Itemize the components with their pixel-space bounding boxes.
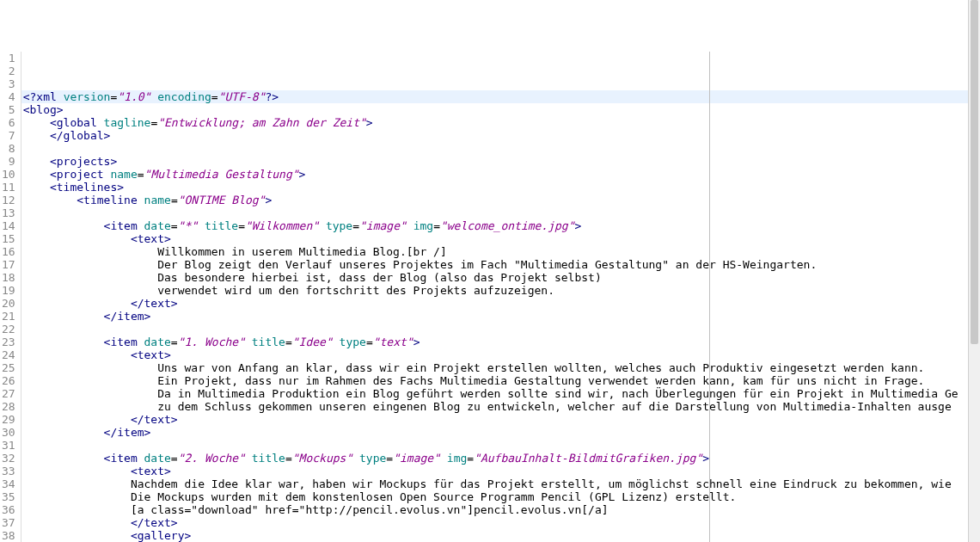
token-pi: ?>	[265, 90, 279, 103]
code-line[interactable]: <text>	[21, 232, 980, 245]
token-txt	[23, 129, 50, 142]
token-str: "2. Woche"	[178, 452, 245, 465]
code-line[interactable]: <gallery>	[21, 529, 980, 542]
code-line[interactable]: <text>	[21, 465, 980, 477]
code-area[interactable]: <?xml version="1.0" encoding="UTF-8"?><b…	[21, 52, 980, 542]
token-tag: </text>	[131, 413, 178, 426]
token-txt	[23, 155, 50, 168]
code-line[interactable]: verwendet wird um den fortschritt des Pr…	[21, 284, 980, 297]
code-line[interactable]: <blog>	[21, 103, 980, 116]
token-txt	[23, 206, 30, 219]
token-tag: <text>	[131, 232, 171, 245]
token-txt: Uns war von Anfang an klar, dass wir ein…	[23, 361, 925, 374]
token-txt: =	[171, 219, 178, 232]
line-number: 4	[2, 90, 15, 103]
token-txt: =	[211, 90, 218, 103]
token-str: "1. Woche"	[178, 336, 245, 348]
token-txt	[333, 336, 340, 348]
token-tag: >	[366, 116, 373, 129]
token-attr: date	[144, 452, 171, 465]
code-line[interactable]	[21, 323, 980, 336]
token-tag: </global>	[50, 129, 110, 142]
token-tag: <timelines>	[50, 181, 124, 194]
line-number: 17	[2, 258, 15, 271]
token-txt	[23, 529, 131, 542]
code-line[interactable]: Die Mockups wurden mit dem konstenlosen …	[21, 490, 980, 503]
code-line[interactable]: Da in Multimedia Produktion ein Blog gef…	[21, 387, 980, 400]
code-line[interactable]: </item>	[21, 310, 980, 323]
token-txt: Da in Multimedia Produktion ein Blog gef…	[23, 387, 959, 400]
token-txt	[407, 219, 413, 232]
token-txt: =	[285, 452, 292, 465]
code-line[interactable]: </text>	[21, 297, 980, 310]
code-line[interactable]: </text>	[21, 413, 980, 426]
token-txt	[23, 116, 50, 129]
code-editor[interactable]: 1234567891011121314151617181920212223242…	[0, 52, 980, 542]
token-attr: type	[340, 336, 366, 348]
token-txt: =	[138, 168, 144, 181]
token-str: "*"	[178, 219, 198, 232]
line-number: 2	[2, 65, 15, 77]
code-line[interactable]: <timeline name="ONTIME Blog">	[21, 194, 980, 206]
code-line[interactable]: <text>	[21, 348, 980, 361]
token-txt	[138, 336, 144, 348]
token-tag: >	[575, 219, 582, 232]
token-tag: <blog>	[23, 103, 64, 116]
scrollbar-thumb[interactable]	[971, 0, 978, 344]
token-txt	[23, 336, 104, 348]
line-number: 15	[2, 232, 15, 245]
token-txt: Die Mockups wurden mit dem konstenlosen …	[23, 490, 737, 503]
vertical-scrollbar[interactable]	[968, 0, 980, 542]
line-number: 8	[2, 142, 15, 155]
code-line[interactable]: </item>	[21, 426, 980, 439]
code-line[interactable]: [a class="download" href="http://pencil.…	[21, 503, 980, 516]
code-line[interactable]: <item date="1. Woche" title="Idee" type=…	[21, 336, 980, 348]
code-line[interactable]: Nachdem die Idee klar war, haben wir Moc…	[21, 477, 980, 490]
line-number: 24	[2, 348, 15, 361]
line-number: 21	[2, 310, 15, 323]
code-line[interactable]: <?xml version="1.0" encoding="UTF-8"?>	[21, 90, 980, 103]
code-line[interactable]: <project name="Multimedia Gestaltung">	[21, 168, 980, 181]
code-line[interactable]: zu dem Schluss gekommen unseren eingenen…	[21, 400, 980, 413]
token-txt: =	[285, 336, 292, 348]
token-tag: </item>	[104, 310, 151, 323]
token-str: "Wilkommen"	[245, 219, 319, 232]
code-line[interactable]: </global>	[21, 129, 980, 142]
code-line[interactable]	[21, 439, 980, 452]
code-line[interactable]: Uns war von Anfang an klar, dass wir ein…	[21, 361, 980, 374]
line-number: 18	[2, 271, 15, 284]
code-line[interactable]: Ein Projekt, dass nur im Rahmen des Fach…	[21, 374, 980, 387]
code-line[interactable]: <item date="*" title="Wilkommen" type="i…	[21, 219, 980, 232]
token-txt	[245, 452, 252, 465]
token-attr: name	[144, 194, 171, 206]
line-number: 35	[2, 490, 15, 503]
token-txt	[23, 426, 104, 439]
code-line[interactable]: Willkommen in userem Multimedia Blog.[br…	[21, 245, 980, 258]
token-txt	[138, 194, 144, 206]
token-txt	[23, 310, 104, 323]
line-number: 10	[2, 168, 15, 181]
code-line[interactable]	[21, 206, 980, 219]
token-txt: Ein Projekt, dass nur im Rahmen des Fach…	[23, 374, 925, 387]
line-number: 23	[2, 336, 15, 348]
code-line[interactable]: </text>	[21, 516, 980, 529]
token-str: "image"	[393, 452, 440, 465]
code-line[interactable]: Der Blog zeigt den Verlauf unseres Proje…	[21, 258, 980, 271]
token-attr: tagline	[104, 116, 151, 129]
token-txt	[198, 219, 205, 232]
code-line[interactable]: <item date="2. Woche" title="Mockups" ty…	[21, 452, 980, 465]
token-txt	[245, 336, 252, 348]
code-line[interactable]: <global tagline="Entwicklung; am Zahn de…	[21, 116, 980, 129]
token-attr: img	[447, 452, 467, 465]
token-txt: Nachdem die Idee klar war, haben wir Moc…	[23, 477, 952, 490]
code-line[interactable]: <timelines>	[21, 181, 980, 194]
line-number: 11	[2, 181, 15, 194]
token-txt: Der Blog zeigt den Verlauf unseres Proje…	[23, 258, 818, 271]
token-str: "Entwicklung; am Zahn der Zeit"	[157, 116, 366, 129]
token-tag: </text>	[131, 516, 178, 529]
code-line[interactable]: <projects>	[21, 155, 980, 168]
code-line[interactable]	[21, 142, 980, 155]
code-line[interactable]: Das besondere hierbei ist, dass der Blog…	[21, 271, 980, 284]
token-tag: <item	[104, 219, 138, 232]
line-number: 27	[2, 387, 15, 400]
